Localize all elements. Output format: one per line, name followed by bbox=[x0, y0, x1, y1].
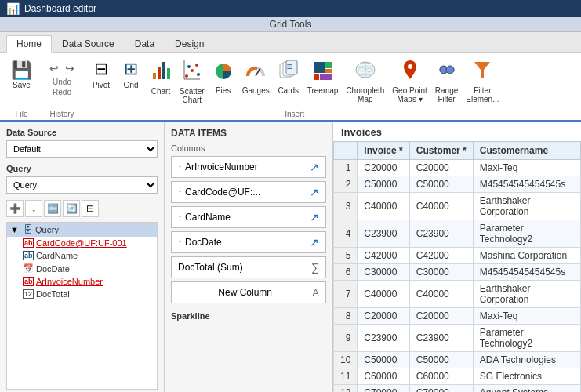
treemap-button[interactable]: Treemap bbox=[304, 57, 342, 97]
undo-label: Undo bbox=[53, 78, 71, 86]
ab-icon-2: ab bbox=[23, 251, 34, 260]
svg-point-7 bbox=[187, 65, 191, 68]
svg-point-4 bbox=[185, 74, 188, 78]
tab-home[interactable]: Home bbox=[6, 35, 52, 53]
datasource-dropdown[interactable]: Default bbox=[6, 140, 158, 158]
redo-button[interactable]: ↪ bbox=[63, 60, 77, 76]
undo-redo-btns: ↩ ↪ bbox=[47, 60, 77, 76]
table-row: 12 C70000 C70000 Aquent Systems bbox=[334, 385, 581, 393]
col-link-3[interactable]: ↗ bbox=[310, 211, 319, 223]
cell-rownum: 4 bbox=[334, 220, 358, 248]
tree-doctotal-label: DocTotal bbox=[36, 289, 70, 299]
svg-point-8 bbox=[197, 73, 200, 76]
table-row: 1 C20000 C20000 Maxi-Teq bbox=[334, 160, 581, 176]
filter-icon-btn[interactable]: ⊟ bbox=[82, 200, 99, 217]
col-header-invoice[interactable]: Invoice * bbox=[358, 142, 409, 160]
file-group-label: File bbox=[15, 108, 27, 118]
cell-customername: ADA Technologies bbox=[473, 352, 580, 368]
filter-element-button[interactable]: FilterElemen... bbox=[463, 57, 502, 105]
scatter-chart-icon bbox=[183, 59, 202, 85]
cell-invoice: C40000 bbox=[358, 193, 409, 220]
chart-icon bbox=[151, 59, 170, 85]
svg-rect-17 bbox=[314, 62, 325, 73]
save-button[interactable]: 💾 Save bbox=[6, 57, 37, 93]
gauges-button[interactable]: Gauges bbox=[239, 57, 273, 97]
sort-asc-icon-btn[interactable]: 🔤 bbox=[44, 200, 61, 217]
tab-datasource[interactable]: Data Source bbox=[52, 34, 125, 52]
column-arinvoice-btn[interactable]: ↑ ArInvoiceNumber ↗ bbox=[171, 156, 326, 178]
cell-customername: Aquent Systems bbox=[473, 385, 580, 393]
scatter-chart-button[interactable]: ScatterChart bbox=[176, 57, 208, 106]
new-column-button[interactable]: New Column A bbox=[171, 281, 326, 303]
folder-icon: ▼ bbox=[10, 225, 21, 234]
choropleth-map-icon bbox=[354, 59, 376, 85]
pies-button[interactable]: Pies bbox=[209, 57, 238, 97]
svg-rect-2 bbox=[162, 62, 165, 79]
chart-button[interactable]: Chart bbox=[147, 57, 175, 98]
geo-point-maps-icon bbox=[401, 59, 419, 85]
cards-icon: ≡ bbox=[279, 59, 298, 85]
geo-point-maps-button[interactable]: Geo PointMaps ▾ bbox=[389, 57, 430, 105]
cell-invoice: C23900 bbox=[358, 220, 409, 248]
column-cardname-btn[interactable]: ↑ CardName ↗ bbox=[171, 206, 326, 228]
move-down-icon-btn[interactable]: ↓ bbox=[25, 200, 42, 217]
db-icon: 🗄 bbox=[24, 224, 33, 235]
cell-invoice: C40000 bbox=[358, 281, 409, 308]
cell-customer: C40000 bbox=[409, 193, 473, 220]
svg-point-23 bbox=[408, 64, 412, 69]
col-header-rownum bbox=[334, 142, 358, 160]
tree-item-arinvoice[interactable]: ab ArInvoiceNumber bbox=[7, 275, 157, 288]
cell-customername: Earthshaker Corporation bbox=[473, 193, 580, 220]
gauges-icon bbox=[246, 59, 265, 85]
svg-point-26 bbox=[446, 66, 454, 74]
range-filter-icon bbox=[438, 59, 456, 85]
cell-customername: M45454545454545s bbox=[473, 264, 580, 281]
col-link-1[interactable]: ↗ bbox=[310, 161, 319, 173]
col-link-2[interactable]: ↗ bbox=[310, 186, 319, 198]
col-header-customername[interactable]: Customername bbox=[473, 142, 580, 160]
refresh-icon-btn[interactable]: 🔄 bbox=[63, 200, 80, 217]
redo-label: Redo bbox=[53, 88, 71, 96]
cell-rownum: 2 bbox=[334, 176, 358, 193]
columns-label: Columns bbox=[171, 143, 326, 153]
tab-design[interactable]: Design bbox=[165, 34, 214, 52]
tree-item-cardcode[interactable]: ab CardCode@UF:UF-001 bbox=[7, 237, 157, 249]
cell-rownum: 3 bbox=[334, 193, 358, 220]
svg-rect-19 bbox=[325, 69, 332, 73]
cell-customername: Maxi-Teq bbox=[473, 308, 580, 325]
tree-item-docdate[interactable]: 📅 DocDate bbox=[7, 262, 157, 275]
cell-invoice: C20000 bbox=[358, 160, 409, 176]
pivot-button[interactable]: ⊟ Pivot bbox=[87, 57, 115, 92]
insert-group-label: Insert bbox=[285, 108, 304, 118]
tree-item-cardname[interactable]: ab CardName bbox=[7, 249, 157, 262]
cell-customer: C50000 bbox=[409, 352, 473, 368]
choropleth-map-button[interactable]: ChoroplethMap bbox=[343, 57, 387, 105]
ab-icon-1: ab bbox=[23, 238, 34, 248]
svg-point-5 bbox=[191, 69, 194, 72]
col-header-customer[interactable]: Customer * bbox=[409, 142, 473, 160]
cell-rownum: 12 bbox=[334, 385, 358, 393]
tree-item-query[interactable]: ▼ 🗄 Query bbox=[7, 223, 157, 237]
table-row: 5 C42000 C42000 Mashina Corporation bbox=[334, 248, 581, 264]
title-bar: 📊 Dashboard editor bbox=[0, 0, 581, 17]
column-doctotal-btn[interactable]: DocTotal (Sum) ∑ bbox=[171, 256, 326, 278]
cell-invoice: C50000 bbox=[358, 352, 409, 368]
app-title: Dashboard editor bbox=[24, 3, 96, 14]
query-dropdown[interactable]: Query bbox=[6, 176, 158, 194]
table-row: 3 C40000 C40000 Earthshaker Corporation bbox=[334, 193, 581, 220]
cell-customername: Parameter Technology2 bbox=[473, 220, 580, 248]
cell-invoice: C23900 bbox=[358, 325, 409, 352]
ab-icon-3: ab bbox=[23, 277, 34, 286]
tab-data[interactable]: Data bbox=[125, 34, 165, 52]
column-docdate-btn[interactable]: ↑ DocDate ↗ bbox=[171, 231, 326, 253]
cards-button[interactable]: ≡ Cards bbox=[274, 57, 303, 97]
tree-item-doctotal[interactable]: 12 DocTotal bbox=[7, 288, 157, 300]
add-icon-btn[interactable]: ➕ bbox=[6, 200, 24, 217]
calendar-icon: 📅 bbox=[23, 263, 34, 274]
range-filter-button[interactable]: RangeFilter bbox=[432, 57, 461, 105]
undo-button[interactable]: ↩ bbox=[47, 60, 61, 76]
filter-element-icon bbox=[473, 59, 492, 85]
col-link-4[interactable]: ↗ bbox=[310, 236, 319, 249]
grid-button[interactable]: ⊞ Grid bbox=[117, 57, 145, 92]
column-cardcode-btn[interactable]: ↑ CardCode@UF:... ↗ bbox=[171, 181, 326, 203]
